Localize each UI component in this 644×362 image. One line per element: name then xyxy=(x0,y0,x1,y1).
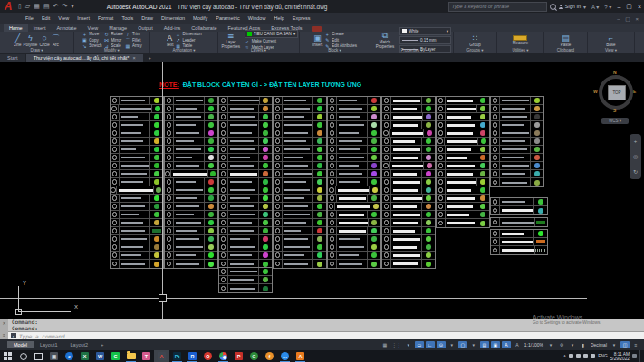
qat-icon-5[interactable]: ↷ xyxy=(62,3,67,10)
menu-view[interactable]: View xyxy=(58,15,69,21)
create-block-button[interactable]: +Create xyxy=(324,32,357,37)
ps-app-icon[interactable]: Pt xyxy=(169,350,185,362)
menu-dimension[interactable]: Dimension xyxy=(161,15,185,21)
array-button[interactable]: ▦Array xyxy=(125,43,142,49)
restore-button[interactable]: ▢ xyxy=(626,3,632,10)
help-icon[interactable]: ? ▾ xyxy=(604,4,611,10)
qat-icon-2[interactable]: ▦ xyxy=(34,3,40,10)
status-icon-16[interactable]: ▾ xyxy=(568,341,577,348)
status-icon-3[interactable]: ▭ xyxy=(415,341,424,348)
qat-icon-3[interactable]: ▤ xyxy=(43,3,50,10)
capcut-icon[interactable]: C xyxy=(108,350,123,362)
status-icon-7[interactable]: ▢ xyxy=(458,341,467,348)
status-icon-11[interactable]: A xyxy=(502,341,511,348)
edit-block-button[interactable]: ✎Edit xyxy=(324,37,357,43)
navigation-bar[interactable]: + ◎ ↻ xyxy=(630,134,641,179)
viewcube[interactable]: N W E S TOP xyxy=(596,72,636,112)
autocad-logo-icon[interactable]: A xyxy=(0,0,16,13)
ribbon-tab-annotate[interactable]: Annotate xyxy=(51,24,82,32)
file-tab-close-icon[interactable]: × xyxy=(132,55,135,61)
cart-icon[interactable]: ▾ xyxy=(583,4,586,10)
status-icon-9[interactable]: ▤ xyxy=(480,341,489,348)
orange-app-icon[interactable]: f xyxy=(262,350,277,362)
line-button[interactable]: ╱Line xyxy=(14,33,22,47)
group-button[interactable]: ∷Group xyxy=(469,33,481,47)
qat-icon-1[interactable]: ▱ xyxy=(25,3,30,10)
volume-icon[interactable] xyxy=(591,354,595,358)
status-icon-18[interactable]: Decimal xyxy=(590,341,608,348)
menu-file[interactable]: File xyxy=(25,15,34,21)
layer-dropdown[interactable]: TIEU CANH DA SAN▾ xyxy=(245,30,298,38)
battery-icon[interactable] xyxy=(569,354,573,358)
task-view-icon[interactable] xyxy=(31,350,46,362)
search-input[interactable]: Type a keyword or phrase xyxy=(448,2,547,12)
status-icon-12[interactable]: A xyxy=(513,341,522,348)
minimize-button[interactable]: – xyxy=(617,4,620,10)
doc-window-buttons[interactable]: – ▢ × xyxy=(617,15,640,22)
fillet-button[interactable]: ⌒Fillet xyxy=(125,37,142,43)
status-icon-20[interactable]: ◫ xyxy=(620,341,630,348)
layout-tab-model[interactable]: Model xyxy=(7,341,34,348)
mirror-button[interactable]: ⋈Mirror xyxy=(104,37,123,43)
menu-edit[interactable]: Edit xyxy=(42,15,50,21)
status-icon-6[interactable]: ▾ xyxy=(447,341,457,348)
file-explorer-icon[interactable] xyxy=(123,350,139,362)
language-indicator[interactable]: ENG xyxy=(598,354,607,358)
menu-insert[interactable]: Insert xyxy=(77,15,90,21)
measure-button[interactable]: Measure xyxy=(513,35,529,45)
photos-icon[interactable]: ▣ xyxy=(46,350,62,362)
file-tab-start[interactable]: Start xyxy=(0,54,25,62)
viewcube-n[interactable]: N xyxy=(613,70,617,75)
layout-tab-layout1[interactable]: Layout1 xyxy=(34,341,64,348)
status-icon-19[interactable]: ▾ xyxy=(610,341,619,348)
layer-properties-button[interactable]: ≣Layer Properties xyxy=(219,31,243,49)
status-icon-14[interactable]: ▾ xyxy=(546,341,555,348)
status-icon-13[interactable]: 1:1/100% xyxy=(524,341,544,348)
status-icon-2[interactable]: ▾ xyxy=(404,341,413,348)
menu-window[interactable]: Window xyxy=(248,15,266,21)
rotate-button[interactable]: ↻Rotate xyxy=(104,32,123,37)
word-icon[interactable]: W xyxy=(92,350,108,362)
status-icon-4[interactable]: ∟ xyxy=(426,341,435,348)
menu-modify[interactable]: Modify xyxy=(193,15,207,21)
status-icon-8[interactable]: ▾ xyxy=(469,341,478,348)
ribbon-tab-home[interactable]: Home xyxy=(4,24,28,32)
dimension-button[interactable]: ↔Dimension xyxy=(176,32,202,37)
amber-app-icon[interactable]: A xyxy=(293,350,308,362)
notification-icon[interactable] xyxy=(632,354,637,358)
paste-button[interactable]: ▤Paste xyxy=(561,33,572,47)
object-color-dropdown[interactable]: White▾ xyxy=(399,27,451,35)
search-icon[interactable] xyxy=(550,4,556,10)
show-desktop-button[interactable] xyxy=(639,350,642,362)
sign-in-button[interactable]: Sign In xyxy=(565,4,581,9)
zoom-icon[interactable]: ◎ xyxy=(633,153,638,159)
viewcube-s[interactable]: S xyxy=(613,108,616,113)
excel-icon[interactable]: X xyxy=(77,350,92,362)
command-close-icon[interactable]: ✕ xyxy=(2,320,5,326)
command-wrench-icon[interactable]: ≡ xyxy=(3,332,5,338)
command-input[interactable]: ▸ Type a command xyxy=(8,331,644,339)
menu-format[interactable]: Format xyxy=(98,15,113,21)
r-app-icon[interactable]: R xyxy=(185,350,200,362)
clock[interactable]: 8:11 AM 5/29/2022 xyxy=(610,352,630,361)
text-button[interactable]: AText xyxy=(166,33,173,47)
qat-icon-0[interactable]: ▯ xyxy=(18,3,22,10)
status-icon-17[interactable]: ▮ xyxy=(579,341,588,348)
microphone-icon[interactable] xyxy=(576,354,581,358)
status-icon-15[interactable]: ⚙ xyxy=(557,341,566,348)
insert-button[interactable]: ▣Insert xyxy=(312,33,322,47)
status-icon-5[interactable]: ⊙ xyxy=(437,341,446,348)
chat-app-icon[interactable]: … xyxy=(277,350,293,362)
pan-icon[interactable]: + xyxy=(634,138,638,144)
viewcube-top-face[interactable]: TOP xyxy=(608,85,626,100)
base-button[interactable]: ⌐Base xyxy=(606,33,615,47)
drawing-canvas[interactable]: NOTE:ĐẶT BLOCK CÂY TÊN GÌ - > ĐẶT TÊN LA… xyxy=(0,62,644,319)
layout-tab-+[interactable]: + xyxy=(94,341,110,348)
status-icon-0[interactable]: ▦ xyxy=(380,341,389,348)
status-icon-21[interactable]: ≡ xyxy=(631,341,640,348)
close-button[interactable]: × xyxy=(638,4,641,10)
trim-button[interactable]: /Trim xyxy=(125,32,142,37)
chrome-icon[interactable] xyxy=(216,350,231,362)
file-tab-document[interactable]: Thư viện cây autocad ...ầy đủ, chi tiết … xyxy=(26,54,143,62)
layout-tab-layout2[interactable]: Layout2 xyxy=(64,341,95,348)
